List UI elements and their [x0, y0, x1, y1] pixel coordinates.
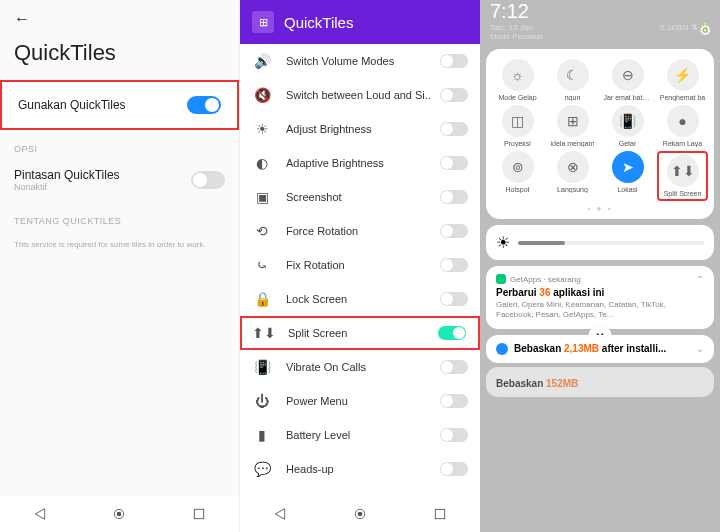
qs-tile-icon: ☼ — [502, 59, 534, 91]
tile-icon: ⟲ — [252, 221, 272, 241]
tile-switch[interactable] — [440, 428, 468, 442]
tile-row[interactable]: 📳 Vibrate On Calls — [240, 350, 480, 384]
clock: 7:12 — [480, 0, 720, 23]
tile-row[interactable]: ⟲ Force Rotation — [240, 214, 480, 248]
svg-point-4 — [358, 512, 363, 517]
tile-label: Lock Screen — [286, 293, 440, 305]
tile-switch[interactable] — [440, 224, 468, 238]
qs-tile-icon: ◫ — [502, 105, 534, 137]
svg-rect-2 — [194, 509, 203, 518]
qs-tile[interactable]: ⊚ Hotspot — [492, 151, 543, 201]
tile-row[interactable]: ⬆⬇ Split Screen — [240, 316, 480, 350]
qs-tile[interactable]: ⊖ Jar emat baterai — [602, 59, 653, 101]
brightness-icon: ☀ — [496, 233, 510, 252]
qs-tile-icon: 📳 — [612, 105, 644, 137]
tile-switch[interactable] — [440, 190, 468, 204]
qs-tile[interactable]: ◫ Proyeksi — [492, 105, 543, 147]
tile-row[interactable]: 🔊 Switch Volume Modes — [240, 44, 480, 78]
nav-back-icon[interactable] — [273, 507, 287, 521]
nav-recents-icon[interactable] — [192, 507, 206, 521]
tile-row[interactable]: ⤿ Fix Rotation — [240, 248, 480, 282]
qs-tile-label: Langsung — [557, 186, 588, 193]
tile-row[interactable]: ▣ Screenshot — [240, 180, 480, 214]
section-opsi: OPSI — [0, 130, 239, 158]
tile-switch[interactable] — [440, 394, 468, 408]
shortcut-row[interactable]: Pintasan QuickTiles Nonaktif — [0, 158, 239, 202]
notification-cleanup-2[interactable]: Bebaskan 152MB — [486, 367, 714, 397]
qs-tile-icon: ⊖ — [612, 59, 644, 91]
shortcut-switch[interactable] — [191, 171, 225, 189]
nav-home-icon[interactable] — [353, 507, 367, 521]
tile-switch[interactable] — [440, 462, 468, 476]
tile-switch[interactable] — [440, 292, 468, 306]
qs-tile-label: Hotspot — [505, 186, 529, 193]
qs-tile-label: Split Screen — [664, 190, 702, 197]
tile-switch[interactable] — [440, 360, 468, 374]
qs-tile-label: Rekam Laya — [663, 140, 702, 147]
use-quicktiles-switch[interactable] — [187, 96, 221, 114]
tile-icon: ☀ — [252, 119, 272, 139]
qs-tile[interactable]: 📳 Getar — [602, 105, 653, 147]
cleanup-icon — [496, 343, 508, 355]
page-title: QuickTiles — [0, 34, 239, 80]
quicktiles-app-screen: ⊞ QuickTiles 🔊 Switch Volume Modes 🔇 Swi… — [240, 0, 480, 532]
tile-label: Switch Volume Modes — [286, 55, 440, 67]
notif-body: Galeri, Opera Mini, Keamanan, Catatan, T… — [496, 300, 704, 321]
tile-switch[interactable] — [440, 54, 468, 68]
qs-tile[interactable]: ⊗ Langsung — [547, 151, 598, 201]
notification-cleanup[interactable]: Bebaskan 2,13MB after installi... ⌄ — [486, 335, 714, 363]
nav-home-icon[interactable] — [112, 507, 126, 521]
expand-icon[interactable]: ⌃ — [696, 274, 704, 285]
svg-point-1 — [117, 512, 122, 517]
tile-row[interactable]: 🔒 Lock Screen — [240, 282, 480, 316]
qs-tile-icon: ➤ — [612, 151, 644, 183]
shortcut-label: Pintasan QuickTiles — [14, 168, 120, 182]
qs-tile[interactable]: ⬆⬇ Split Screen — [657, 151, 708, 201]
qs-tile[interactable]: ⊞ idela mengam — [547, 105, 598, 147]
qs-tile-label: Mode Gelap — [498, 94, 536, 101]
tile-switch[interactable] — [438, 326, 466, 340]
tile-switch[interactable] — [440, 122, 468, 136]
back-icon[interactable]: ← — [14, 10, 30, 28]
qs-tile[interactable]: ● Rekam Laya — [657, 105, 708, 147]
qs-tile[interactable]: ☼ Mode Gelap — [492, 59, 543, 101]
tile-row[interactable]: ☀ Adjust Brightness — [240, 112, 480, 146]
qs-tile-label: idela mengam — [551, 140, 595, 147]
app-header: ⊞ QuickTiles — [240, 0, 480, 44]
qs-tile-label: Lokasi — [617, 186, 637, 193]
tile-icon: 🔒 — [252, 289, 272, 309]
tile-switch[interactable] — [440, 88, 468, 102]
page-dots[interactable]: • ● • — [492, 201, 708, 213]
use-quicktiles-row[interactable]: Gunakan QuickTiles — [0, 80, 239, 130]
airplane-mode-label: Mode Pesawat — [490, 32, 543, 41]
qs-tile[interactable]: ➤ Lokasi — [602, 151, 653, 201]
tile-icon: ⬆⬇ — [254, 323, 274, 343]
qs-tile[interactable]: ☾ ngun — [547, 59, 598, 101]
tile-label: Adjust Brightness — [286, 123, 440, 135]
brightness-slider[interactable] — [518, 241, 704, 245]
qs-tile-icon: ⊚ — [502, 151, 534, 183]
tile-switch[interactable] — [440, 258, 468, 272]
qs-tile[interactable]: ⚡ Penghemat ba — [657, 59, 708, 101]
qs-tile-icon: ● — [667, 105, 699, 137]
settings-icon[interactable]: ⚙ — [699, 22, 712, 38]
expand-icon[interactable]: ⌄ — [696, 343, 704, 354]
tile-icon: 🔇 — [252, 85, 272, 105]
tile-row[interactable]: ◐ Adaptive Brightness — [240, 146, 480, 180]
notification-getapps[interactable]: GetApps · sekarang ⌃ Perbarui 36 aplikas… — [486, 266, 714, 329]
tile-label: Battery Level — [286, 429, 440, 441]
tile-row[interactable]: ▮ Battery Level — [240, 418, 480, 452]
tile-icon: 💬 — [252, 459, 272, 479]
nav-recents-icon[interactable] — [433, 507, 447, 521]
tile-icon: ◐ — [252, 153, 272, 173]
tile-row[interactable]: ⏻ Power Menu — [240, 384, 480, 418]
nav-bar — [0, 496, 239, 532]
tile-label: Heads-up — [286, 463, 440, 475]
nav-bar — [240, 496, 480, 532]
tiles-list[interactable]: 🔊 Switch Volume Modes 🔇 Switch between L… — [240, 44, 480, 486]
tile-row[interactable]: 💬 Heads-up — [240, 452, 480, 486]
nav-back-icon[interactable] — [33, 507, 47, 521]
tile-row[interactable]: 🔇 Switch between Loud and Si.. — [240, 78, 480, 112]
brightness-slider-card[interactable]: ☀ — [486, 225, 714, 260]
tile-switch[interactable] — [440, 156, 468, 170]
